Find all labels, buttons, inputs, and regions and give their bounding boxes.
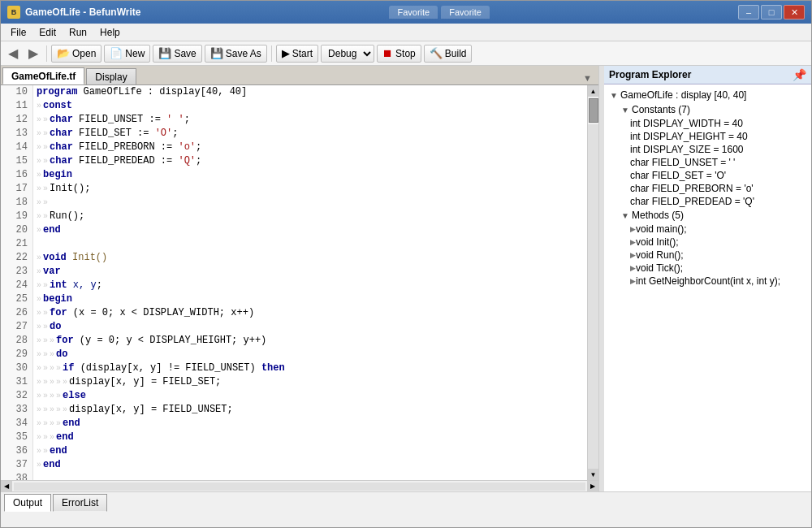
tree-label: int DISPLAY_SIZE = 1600 <box>630 144 744 155</box>
pin-icon[interactable]: 📌 <box>793 68 806 81</box>
title-tab-favorite1[interactable]: Favorite <box>389 6 438 19</box>
menu-file[interactable]: File <box>4 25 32 40</box>
tree-item[interactable]: ▶ void Init(); <box>604 236 811 249</box>
menu-run[interactable]: Run <box>63 25 93 40</box>
open-button[interactable]: 📂 Open <box>51 45 102 63</box>
save-as-icon: 💾 <box>210 47 223 59</box>
indent-arrow: » <box>50 403 54 417</box>
code-line: »»»for (y = 0; y < DISPLAY_HEIGHT; y++) <box>37 334 584 348</box>
line-number: 35 <box>1 431 32 444</box>
start-button[interactable]: ▶ Start <box>276 45 318 63</box>
code-line: »»»»»display[x, y] = FIELD_SET; <box>37 375 584 389</box>
scroll-left-button[interactable]: ◀ <box>1 481 12 492</box>
stop-icon: ⏹ <box>382 47 393 59</box>
tree-item[interactable]: char FIELD_PREDEAD = 'Q' <box>604 195 811 208</box>
horizontal-scrollbar[interactable]: ◀ ▶ <box>1 480 598 491</box>
tree-item[interactable]: int DISPLAY_HEIGHT = 40 <box>604 130 811 143</box>
tab-dropdown[interactable]: ▼ <box>578 71 597 84</box>
code-line: »»char FIELD_SET := 'O'; <box>37 127 584 141</box>
close-button[interactable]: ✕ <box>784 5 805 19</box>
save-button[interactable]: 💾 Save <box>153 45 201 63</box>
indent-arrow: » <box>37 210 41 223</box>
back-button[interactable]: ◀ <box>4 44 22 63</box>
code-area[interactable]: program GameOfLife : display[40, 40]»con… <box>33 85 587 480</box>
save-label: Save <box>174 48 196 59</box>
scroll-right-button[interactable]: ▶ <box>587 481 598 492</box>
line-number: 19 <box>1 210 32 223</box>
menu-edit[interactable]: Edit <box>32 25 63 40</box>
indent-arrow: » <box>37 127 41 141</box>
code-line: »end <box>37 458 584 472</box>
h-scroll-track <box>14 483 585 491</box>
code-line: »»char FIELD_PREDEAD := 'Q'; <box>37 154 584 168</box>
line-number: 34 <box>1 417 32 431</box>
line-number: 27 <box>1 320 32 334</box>
tree-label: int DISPLAY_HEIGHT = 40 <box>630 131 748 142</box>
indent-arrow: » <box>43 279 48 292</box>
minimize-button[interactable]: – <box>738 5 759 19</box>
app-title: GameOfLife - BefunWrite <box>25 6 140 18</box>
code-line: »const <box>37 99 584 113</box>
indent-arrow: » <box>43 417 48 431</box>
line-number: 11 <box>1 99 32 113</box>
indent-arrow: » <box>43 154 48 168</box>
indent-arrow: » <box>50 375 54 389</box>
tab-errorlist[interactable]: ErrorList <box>53 494 107 512</box>
line-number: 14 <box>1 141 32 154</box>
indent-arrow: » <box>43 389 48 403</box>
indent-arrow: » <box>56 375 61 389</box>
title-bar: B GameOfLife - BefunWrite Favorite Favor… <box>1 1 811 24</box>
toolbar-separator-1 <box>46 45 47 62</box>
stop-label: Stop <box>395 48 416 59</box>
maximize-button[interactable]: □ <box>761 5 782 19</box>
tab-display[interactable]: Display <box>86 68 136 84</box>
indent-arrow: » <box>37 113 41 127</box>
tree-item[interactable]: ▼GameOfLife : display [40, 40] <box>604 88 811 102</box>
indent-arrow: » <box>43 210 48 223</box>
indent-arrow: » <box>43 113 48 127</box>
stop-button[interactable]: ⏹ Stop <box>377 45 421 63</box>
code-line: »»»»end <box>37 417 584 431</box>
scroll-up-button[interactable]: ▲ <box>588 85 599 97</box>
indent-arrow: » <box>43 127 48 141</box>
line-number: 29 <box>1 348 32 361</box>
tree-item[interactable]: char FIELD_PREBORN = 'o' <box>604 182 811 195</box>
tree-item[interactable]: ▶ void Tick(); <box>604 262 811 275</box>
scroll-thumb[interactable] <box>589 98 598 123</box>
new-icon: 📄 <box>110 47 123 59</box>
start-label: Start <box>292 48 313 59</box>
code-container: 1011121314151617181920212223242526272829… <box>1 85 598 480</box>
debug-dropdown[interactable]: Debug <box>321 45 374 63</box>
code-line: »» <box>37 196 584 210</box>
tree-item[interactable]: int DISPLAY_WIDTH = 40 <box>604 117 811 130</box>
vertical-scrollbar[interactable]: ▲ ▼ <box>587 85 598 480</box>
tab-gameolife[interactable]: GameOfLife.tf <box>2 67 84 84</box>
tree-item[interactable]: ▼Methods (5) <box>604 208 811 223</box>
tree-item[interactable]: int DISPLAY_SIZE = 1600 <box>604 143 811 156</box>
tab-output[interactable]: Output <box>4 494 51 512</box>
indent-arrow: » <box>63 375 67 389</box>
indent-arrow: » <box>37 196 41 210</box>
tree-item[interactable]: ▼Constants (7) <box>604 102 811 117</box>
title-tab-favorite2[interactable]: Favorite <box>441 6 490 19</box>
forward-button[interactable]: ▶ <box>24 44 42 63</box>
indent-arrow: » <box>37 292 41 306</box>
new-button[interactable]: 📄 New <box>104 45 150 63</box>
line-number: 25 <box>1 292 32 306</box>
line-number: 22 <box>1 251 32 265</box>
tab-bar: GameOfLife.tf Display ▼ <box>1 66 598 85</box>
tree-item[interactable]: ▶ void main(); <box>604 223 811 236</box>
code-line: »»Init(); <box>37 182 584 196</box>
tree-item[interactable]: char FIELD_SET = 'O' <box>604 169 811 182</box>
app-icon: B <box>7 6 20 19</box>
scroll-down-button[interactable]: ▼ <box>588 469 599 480</box>
tree-item[interactable]: ▶ int GetNeighborCount(int x, int y); <box>604 275 811 288</box>
tree-item[interactable]: char FIELD_UNSET = ' ' <box>604 156 811 169</box>
code-line: »»char FIELD_UNSET := ' '; <box>37 113 584 127</box>
build-button[interactable]: 🔨 Build <box>424 45 473 63</box>
line-number: 23 <box>1 265 32 279</box>
indent-arrow: » <box>50 334 54 348</box>
save-as-button[interactable]: 💾 Save As <box>205 45 267 63</box>
tree-item[interactable]: ▶ void Run(); <box>604 249 811 262</box>
menu-help[interactable]: Help <box>93 25 127 40</box>
